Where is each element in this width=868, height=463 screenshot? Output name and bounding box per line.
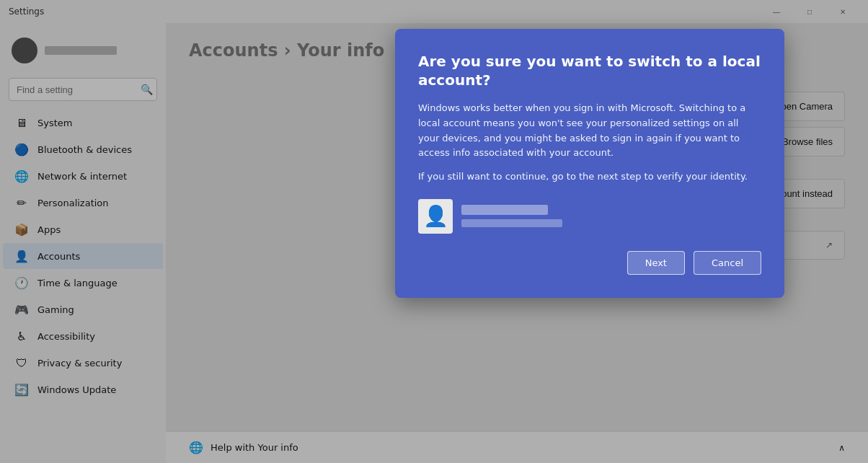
dialog-useremail-redacted [461, 219, 562, 227]
next-button[interactable]: Next [627, 251, 685, 275]
dialog-buttons: Next Cancel [418, 251, 761, 275]
dialog-body-paragraph-2: If you still want to continue, go to the… [418, 169, 761, 185]
user-silhouette-icon: 👤 [423, 204, 448, 228]
dialog-user-card: 👤 [418, 199, 761, 234]
dialog-avatar: 👤 [418, 199, 453, 234]
dialog-body: Windows works better when you sign in wi… [418, 101, 761, 185]
cancel-button[interactable]: Cancel [694, 251, 761, 275]
dialog-username-redacted [461, 205, 548, 215]
dialog-body-paragraph-1: Windows works better when you sign in wi… [418, 101, 761, 161]
dialog-title: Are you sure you want to switch to a loc… [418, 52, 761, 89]
dialog-user-info [461, 205, 562, 227]
switch-account-dialog: Are you sure you want to switch to a loc… [395, 29, 784, 298]
